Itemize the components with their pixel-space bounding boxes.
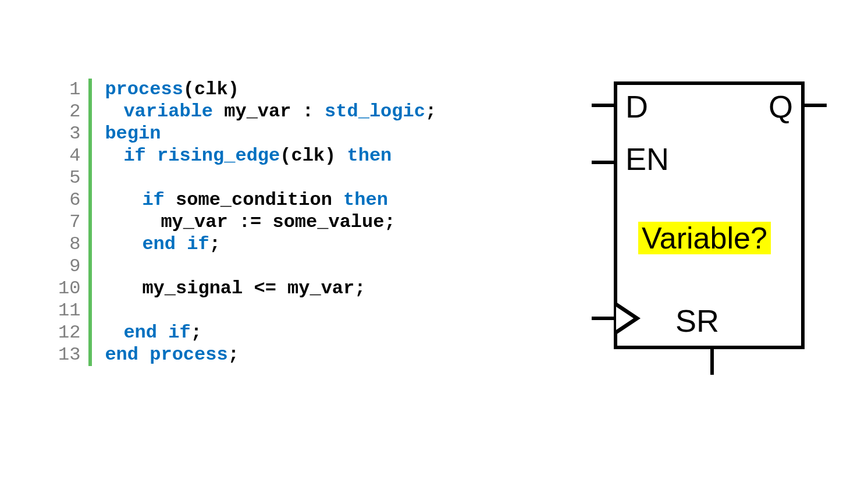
line-number: 5 <box>58 167 80 189</box>
condition: some_condition <box>165 189 343 211</box>
gutter-bar <box>88 79 92 366</box>
space <box>146 145 157 166</box>
code-content: process(clk) variable my_var : std_logic… <box>105 79 436 366</box>
keyword-endif: end if <box>142 233 209 255</box>
wire-sr <box>710 346 714 375</box>
wire-clk <box>592 317 617 320</box>
variable-highlight-label: Variable? <box>638 222 771 254</box>
wire-d <box>592 104 617 107</box>
punct: ) <box>228 79 239 100</box>
line-number: 6 <box>58 189 80 211</box>
args: (clk) <box>280 145 347 166</box>
keyword-endif: end if <box>123 322 190 343</box>
line-number: 1 <box>58 79 80 101</box>
line-number: 3 <box>58 123 80 145</box>
code-line: my_var := some_value; <box>105 211 436 233</box>
pin-label-d: D <box>625 88 648 125</box>
line-number: 2 <box>58 101 80 123</box>
assign-var: my_var := some_value; <box>161 211 395 233</box>
ident-clk: clk <box>194 79 228 100</box>
line-number: 9 <box>58 255 80 278</box>
keyword-begin: begin <box>105 123 161 144</box>
clock-edge-icon-inner <box>616 307 634 330</box>
keyword-then: then <box>347 145 392 166</box>
code-line: end if; <box>105 233 436 255</box>
flipflop-box: D Q EN Variable? SR <box>614 81 805 349</box>
line-number: 12 <box>58 322 80 344</box>
keyword-then: then <box>343 189 388 211</box>
type-stdlogic: std_logic <box>325 101 425 122</box>
line-number: 11 <box>58 300 80 322</box>
keyword-variable: variable <box>123 101 213 122</box>
keyword-endprocess: end process <box>105 344 227 365</box>
pin-label-sr: SR <box>675 303 719 339</box>
line-number: 4 <box>58 145 80 167</box>
punct: ; <box>209 233 220 255</box>
keyword-if: if <box>123 145 145 166</box>
punct: ; <box>228 344 239 365</box>
flipflop-diagram: D Q EN Variable? SR <box>614 81 805 349</box>
code-line: process(clk) <box>105 79 436 101</box>
pin-label-q: Q <box>769 88 793 125</box>
punct: ; <box>191 322 202 343</box>
code-line <box>105 255 436 278</box>
assign-signal: my_signal <= my_var; <box>142 278 365 299</box>
code-line: end if; <box>105 322 436 344</box>
fn-rising-edge: rising_edge <box>157 145 280 166</box>
line-number: 7 <box>58 211 80 233</box>
keyword-if: if <box>142 189 164 211</box>
keyword-process: process <box>105 79 183 100</box>
code-line <box>105 167 436 189</box>
code-block: 1 2 3 4 5 6 7 8 9 10 11 12 13 process(cl… <box>58 79 436 366</box>
code-line <box>105 300 436 322</box>
code-line: if rising_edge(clk) then <box>105 145 436 167</box>
pin-label-en: EN <box>625 141 669 177</box>
line-number: 13 <box>58 344 80 366</box>
wire-en <box>592 161 617 164</box>
wire-q <box>801 104 827 107</box>
line-number-gutter: 1 2 3 4 5 6 7 8 9 10 11 12 13 <box>58 79 88 366</box>
punct: ; <box>425 101 436 122</box>
line-number: 8 <box>58 233 80 255</box>
code-line: if some_condition then <box>105 189 436 211</box>
var-decl: my_var : <box>213 101 325 122</box>
code-line: my_signal <= my_var; <box>105 278 436 300</box>
code-line: variable my_var : std_logic; <box>105 101 436 123</box>
code-line: begin <box>105 123 436 145</box>
code-line: end process; <box>105 344 436 366</box>
punct: ( <box>183 79 194 100</box>
line-number: 10 <box>58 278 80 300</box>
